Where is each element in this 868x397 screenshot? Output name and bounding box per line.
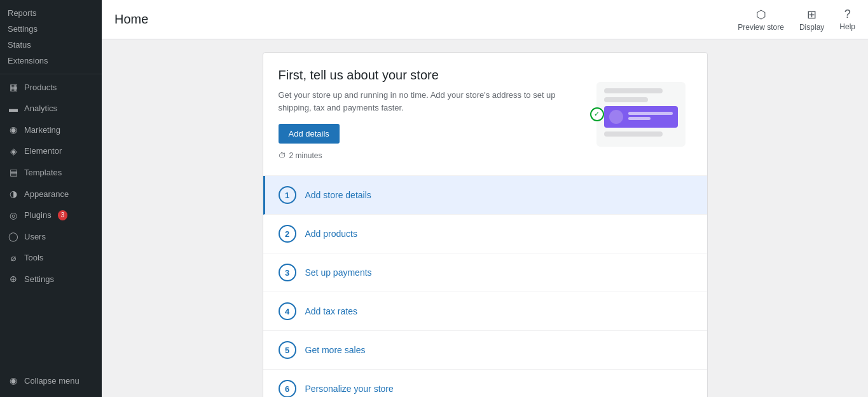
ill-avatar — [609, 110, 623, 124]
sidebar-item-plugins-badge: 3 — [58, 210, 68, 220]
ill-text-line-2 — [628, 117, 651, 120]
preview-store-button[interactable]: ⬡ Preview store — [738, 8, 784, 32]
sidebar-item-products-label: Products — [24, 82, 57, 93]
step-label-5: Get more sales — [305, 345, 366, 355]
analytics-icon: ▬ — [8, 103, 19, 116]
hero-title-bold: tell us about your store — [310, 68, 439, 82]
sidebar: Reports Settings Status Extensions ▦Prod… — [0, 0, 102, 397]
step-number-3: 3 — [279, 264, 296, 281]
steps-list: 1Add store details2Add products3Set up p… — [263, 176, 707, 397]
step-label-1: Add store details — [305, 190, 371, 200]
sidebar-collapse[interactable]: ◉ Collapse menu — [0, 370, 102, 392]
clock-icon: ⏱ — [279, 151, 286, 160]
hero-description: Get your store up and running in no time… — [279, 89, 577, 114]
preview-store-label: Preview store — [738, 23, 784, 32]
sidebar-item-extensions[interactable]: Extensions — [0, 53, 102, 69]
sidebar-item-tools[interactable]: ⌀Tools — [0, 248, 102, 269]
check-badge: ✓ — [590, 107, 604, 121]
step-item-2[interactable]: 2Add products — [263, 215, 707, 253]
hero-section: First, tell us about your store Get your… — [263, 53, 707, 176]
marketing-icon: ◉ — [8, 124, 19, 137]
time-estimate-label: 2 minutes — [289, 151, 322, 160]
users-icon: ◯ — [8, 231, 19, 243]
step-item-1[interactable]: 1Add store details — [263, 176, 707, 215]
sidebar-item-users-label: Users — [24, 231, 46, 243]
step-label-2: Add products — [305, 229, 358, 239]
sidebar-item-tools-label: Tools — [24, 252, 43, 264]
help-label: Help — [839, 22, 855, 31]
sidebar-item-analytics-label: Analytics — [24, 103, 57, 114]
sidebar-item-marketing-label: Marketing — [24, 124, 60, 136]
step-label-4: Add tax rates — [305, 306, 358, 316]
tools-icon: ⌀ — [8, 252, 19, 265]
sidebar-item-appearance-label: Appearance — [24, 189, 69, 200]
sidebar-item-plugins-label: Plugins — [24, 210, 52, 221]
sidebar-item-products[interactable]: ▦Products — [0, 77, 102, 98]
sidebar-divider — [0, 74, 102, 74]
sidebar-item-settings-top[interactable]: Settings — [0, 21, 102, 37]
breadcrumb: Home — [114, 12, 148, 27]
step-number-2: 2 — [279, 225, 296, 243]
step-label-6: Personalize your store — [305, 384, 394, 394]
appearance-icon: ◑ — [8, 188, 19, 201]
preview-store-icon: ⬡ — [756, 8, 766, 22]
products-icon: ▦ — [8, 81, 19, 94]
step-item-6[interactable]: 6Personalize your store — [263, 370, 707, 397]
main-area: Home ⬡ Preview store ⊞ Display ? Help — [102, 0, 868, 397]
ill-text-line-1 — [628, 112, 673, 115]
display-icon: ⊞ — [807, 8, 816, 22]
sidebar-item-settings2[interactable]: ⊕Settings — [0, 269, 102, 290]
step-number-5: 5 — [279, 341, 296, 359]
sidebar-item-analytics[interactable]: ▬Analytics — [0, 98, 102, 120]
content-area: First, tell us about your store Get your… — [102, 39, 868, 397]
help-button[interactable]: ? Help — [839, 8, 855, 31]
sidebar-item-settings2-label: Settings — [24, 274, 54, 285]
sidebar-item-appearance[interactable]: ◑Appearance — [0, 184, 102, 205]
sidebar-item-reports[interactable]: Reports — [0, 5, 102, 21]
sidebar-item-plugins[interactable]: ◎Plugins3 — [0, 205, 102, 227]
step-item-3[interactable]: 3Set up payments — [263, 253, 707, 292]
step-item-5[interactable]: 5Get more sales — [263, 331, 707, 370]
time-estimate: ⏱ 2 minutes — [279, 151, 577, 160]
ill-line-1 — [604, 88, 663, 93]
step-number-4: 4 — [279, 302, 296, 320]
sidebar-item-elementor[interactable]: ◈Elementor — [0, 141, 102, 163]
sidebar-item-templates[interactable]: ▤Templates — [0, 162, 102, 184]
plugins-icon: ◎ — [8, 210, 19, 222]
sidebar-item-users[interactable]: ◯Users — [0, 226, 102, 248]
hero-title: First, tell us about your store — [279, 68, 577, 83]
illustration-card: ✓ — [596, 82, 685, 147]
display-label: Display — [799, 23, 824, 32]
ill-text-block — [628, 112, 673, 122]
topbar-actions: ⬡ Preview store ⊞ Display ? Help — [738, 8, 855, 32]
step-label-3: Set up payments — [305, 267, 372, 278]
step-item-4[interactable]: 4Add tax rates — [263, 292, 707, 331]
hero-text: First, tell us about your store Get your… — [279, 68, 577, 160]
display-button[interactable]: ⊞ Display — [799, 8, 824, 32]
sidebar-item-status[interactable]: Status — [0, 37, 102, 53]
settings2-icon: ⊕ — [8, 273, 19, 286]
hero-illustration: ✓ — [590, 68, 692, 160]
add-details-button[interactable]: Add details — [279, 124, 340, 144]
sidebar-item-elementor-label: Elementor — [24, 145, 62, 157]
topbar: Home ⬡ Preview store ⊞ Display ? Help — [102, 0, 868, 39]
templates-icon: ▤ — [8, 166, 19, 179]
hero-title-plain: First, — [279, 68, 310, 82]
ill-line-2 — [604, 97, 649, 102]
collapse-label: Collapse menu — [24, 375, 79, 387]
step-number-1: 1 — [279, 186, 296, 204]
setup-card: First, tell us about your store Get your… — [263, 52, 708, 397]
collapse-icon: ◉ — [8, 375, 19, 387]
sidebar-item-marketing[interactable]: ◉Marketing — [0, 119, 102, 141]
step-number-6: 6 — [279, 380, 296, 397]
elementor-icon: ◈ — [8, 145, 19, 158]
sidebar-item-templates-label: Templates — [24, 167, 62, 178]
content-inner: First, tell us about your store Get your… — [263, 52, 708, 384]
ill-line-3 — [604, 131, 663, 137]
ill-row — [604, 106, 678, 128]
help-icon: ? — [844, 8, 851, 21]
